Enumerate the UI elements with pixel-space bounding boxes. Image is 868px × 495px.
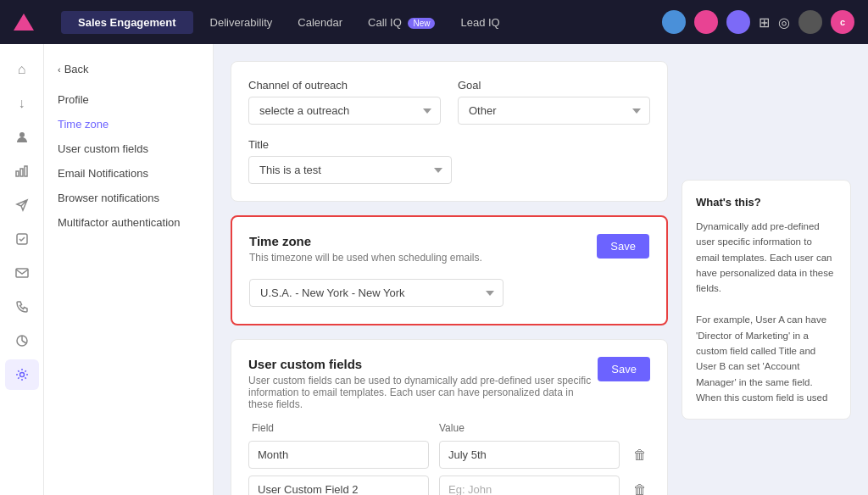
iconbar-pie[interactable] (5, 325, 39, 356)
svg-rect-3 (25, 166, 27, 176)
iconbar-phone[interactable] (5, 292, 39, 322)
custom-fields-title: User custom fields (248, 357, 598, 371)
calliq-badge: New (408, 18, 435, 29)
iconbar-analytics[interactable] (5, 156, 39, 186)
timezone-select[interactable]: U.S.A. - New York - New York (249, 279, 504, 307)
content-area: Channel of outreach selecte a outreach G… (214, 44, 868, 495)
field-name-input-0[interactable] (248, 441, 429, 469)
field-value-input-1[interactable] (439, 476, 620, 495)
channel-goal-row: Channel of outreach selecte a outreach G… (248, 79, 650, 125)
top-nav: Sales Engagement Deliverability Calendar… (0, 0, 868, 44)
nav-calliq[interactable]: Call IQ New (368, 16, 435, 29)
goal-select[interactable]: Other (458, 97, 650, 125)
title-group: Title This is a test (248, 138, 452, 184)
timezone-select-wrap: U.S.A. - New York - New York (249, 279, 504, 307)
sidebar-item-mfa[interactable]: Multifactor authentication (44, 210, 213, 235)
svg-point-7 (19, 373, 24, 377)
goal-group: Goal Other (458, 79, 650, 125)
svg-rect-2 (20, 169, 23, 176)
outreach-card: Channel of outreach selecte a outreach G… (231, 61, 668, 202)
sidebar-item-custom-fields[interactable]: User custom fields (44, 136, 213, 161)
nav-calendar[interactable]: Calendar (298, 16, 342, 29)
content-main: Channel of outreach selecte a outreach G… (231, 61, 668, 478)
grid-icon[interactable]: ⊞ (759, 14, 770, 31)
nav-leadiq[interactable]: Lead IQ (460, 16, 499, 29)
field-value-input-0[interactable] (439, 441, 620, 469)
custom-field-row-1: 🗑 (248, 476, 650, 495)
timezone-card: Time zone This timezone will be used whe… (231, 215, 668, 325)
nav-links: Deliverability Calendar Call IQ New Lead… (210, 16, 662, 29)
whats-this-text: Dynamically add pre-defined user specifi… (696, 219, 837, 406)
timezone-title: Time zone (249, 234, 482, 248)
back-icon: ‹ (58, 64, 61, 75)
title-row: Title This is a test (248, 138, 650, 184)
iconbar-download[interactable]: ↓ (5, 88, 39, 119)
title-label: Title (248, 138, 452, 151)
iconbar-send[interactable] (5, 190, 39, 220)
title-select[interactable]: This is a test (248, 156, 452, 184)
iconbar-settings[interactable] (5, 359, 39, 390)
iconbar-user[interactable] (5, 122, 39, 153)
goal-label: Goal (458, 79, 650, 92)
avatar-3[interactable] (726, 10, 750, 34)
channel-select[interactable]: selecte a outreach (248, 97, 441, 125)
sidebar-item-email-notif[interactable]: Email Notifications (44, 161, 213, 186)
svg-point-0 (19, 132, 25, 137)
user-avatar[interactable] (798, 10, 822, 34)
svg-rect-1 (16, 171, 19, 176)
client-avatar[interactable]: c (831, 10, 854, 34)
sidebar-item-browser-notif[interactable]: Browser notifications (44, 186, 213, 210)
avatar-1[interactable] (662, 10, 686, 34)
field-name-input-1[interactable] (248, 476, 429, 495)
timezone-header-left: Time zone This timezone will be used whe… (249, 234, 482, 275)
channel-label: Channel of outreach (248, 79, 441, 92)
icon-bar: ⌂ ↓ (0, 44, 44, 495)
main-layout: ⌂ ↓ ‹ Back Profile T (0, 44, 868, 495)
logo (14, 14, 47, 31)
timezone-header: Time zone This timezone will be used whe… (249, 234, 649, 275)
custom-fields-save-button[interactable]: Save (598, 357, 650, 381)
fields-table-header: Field Value (248, 422, 650, 434)
delete-field-0[interactable]: 🗑 (630, 448, 650, 463)
nav-deliverability[interactable]: Deliverability (210, 16, 273, 29)
custom-field-row-0: 🗑 (248, 441, 650, 469)
field-col-header: Field (252, 422, 429, 434)
timezone-desc: This timezone will be used when scheduli… (249, 252, 482, 264)
whats-this-title: What's this? (696, 194, 837, 212)
sidebar-item-timezone[interactable]: Time zone (44, 112, 213, 136)
logo-icon (14, 14, 34, 31)
nav-right: ⊞ ◎ c (662, 10, 854, 34)
headset-icon[interactable]: ◎ (778, 14, 790, 31)
channel-group: Channel of outreach selecte a outreach (248, 79, 441, 125)
custom-fields-header: User custom fields User custom fields ca… (248, 357, 650, 422)
timezone-save-button[interactable]: Save (597, 234, 649, 259)
back-button[interactable]: ‹ Back (44, 58, 213, 81)
iconbar-home[interactable]: ⌂ (5, 54, 39, 85)
avatar-2[interactable] (694, 10, 718, 34)
sidebar: ‹ Back Profile Time zone User custom fie… (44, 44, 214, 495)
iconbar-mail[interactable] (5, 258, 39, 288)
sidebar-item-profile[interactable]: Profile (44, 87, 213, 112)
whats-this-panel: What's this? Dynamically add pre-defined… (682, 180, 851, 420)
svg-rect-5 (16, 269, 28, 277)
custom-fields-header-left: User custom fields User custom fields ca… (248, 357, 598, 422)
brand-label: Sales Engagement (61, 11, 193, 34)
fields-table: Field Value 🗑 🗑 (248, 422, 650, 495)
iconbar-check[interactable] (5, 224, 39, 254)
delete-field-1[interactable]: 🗑 (630, 482, 650, 496)
custom-fields-desc: User custom fields can be used to dynami… (248, 375, 598, 410)
custom-fields-card: User custom fields User custom fields ca… (231, 339, 668, 495)
value-col-header: Value (439, 422, 616, 434)
